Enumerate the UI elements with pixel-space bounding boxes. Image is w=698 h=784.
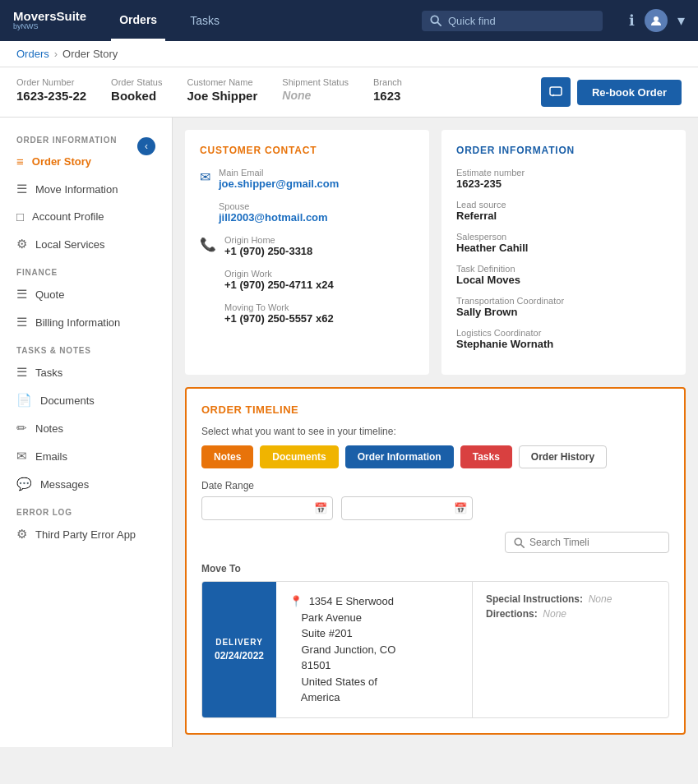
sidebar-item-billing[interactable]: ☰ Billing Information — [0, 308, 172, 336]
delivery-row: DELIVERY 02/24/2022 📍 1354 E Sherwood Pa… — [201, 581, 669, 718]
timeline-search-row — [201, 532, 669, 553]
special-instructions-row: Special Instructions: None — [486, 593, 655, 605]
nav-tasks[interactable]: Tasks — [182, 2, 228, 39]
brand-logo: MoversSuite byNWS — [13, 10, 86, 31]
order-story-label: Order Story — [32, 155, 91, 168]
sidebar-item-quote[interactable]: ☰ Quote — [0, 280, 172, 308]
estimate-number-label: Estimate number — [456, 168, 671, 178]
svg-rect-3 — [550, 87, 562, 95]
third-party-icon: ⚙ — [16, 527, 27, 542]
order-status-label: Order Status — [111, 77, 162, 87]
date-end-input[interactable]: 📅 — [341, 496, 473, 520]
date-start-input[interactable]: 📅 — [201, 496, 333, 520]
documents-label: Documents — [40, 394, 95, 407]
notes-icon: ✏ — [16, 421, 27, 436]
breadcrumb-current: Order Story — [62, 48, 118, 60]
filter-order-history-button[interactable]: Order History — [519, 445, 607, 468]
calendar-start-icon[interactable]: 📅 — [314, 502, 327, 514]
section-order-label: ORDER INFORMATION — [16, 136, 117, 145]
filter-order-info-button[interactable]: Order Information — [345, 445, 454, 468]
directions-label: Directions: — [486, 608, 538, 620]
transportation-coordinator-row: Transportation Coordinator Sally Brown — [456, 296, 671, 318]
delivery-body: 📍 1354 E Sherwood Park Avenue Suite #201… — [276, 582, 668, 717]
message-icon-button[interactable] — [541, 77, 571, 107]
customer-name-field: Customer Name Joe Shipper — [187, 77, 257, 103]
spouse-email-value: jill2003@hotmail.com — [219, 211, 328, 224]
customer-contact-card: CUSTOMER CONTACT ✉ Main Email joe.shippe… — [185, 130, 429, 375]
move-information-label: Move Information — [35, 183, 118, 196]
filter-tasks-button[interactable]: Tasks — [460, 445, 512, 468]
order-info-title: ORDER INFORMATION — [456, 145, 671, 156]
messages-icon: 💬 — [16, 477, 32, 491]
sidebar-item-emails[interactable]: ✉ Emails — [0, 442, 172, 470]
sidebar-item-third-party[interactable]: ⚙ Third Party Error App — [0, 520, 172, 548]
breadcrumb-separator: › — [54, 48, 58, 60]
rebook-order-button[interactable]: Re-book Order — [577, 80, 682, 105]
calendar-end-icon[interactable]: 📅 — [454, 502, 467, 514]
salesperson-row: Salesperson Heather Cahill — [456, 232, 671, 254]
order-status-value: Booked — [111, 89, 156, 103]
task-definition-value: Local Moves — [456, 274, 671, 286]
sidebar-item-notes[interactable]: ✏ Notes — [0, 414, 172, 442]
delivery-badge-title: DELIVERY — [215, 638, 263, 647]
transportation-coordinator-label: Transportation Coordinator — [456, 296, 671, 306]
estimate-number-row: Estimate number 1623-235 — [456, 168, 671, 190]
task-definition-label: Task Definition — [456, 264, 671, 274]
address-line5: 81501 — [301, 659, 331, 671]
moving-to-work-row: 📞 Moving To Work +1 (970) 250-5557 x62 — [200, 302, 414, 325]
address-line7: America — [301, 691, 340, 703]
lead-source-row: Lead source Referral — [456, 200, 671, 222]
breadcrumb-orders[interactable]: Orders — [16, 48, 49, 60]
lead-source-value: Referral — [456, 210, 671, 222]
date-start-field[interactable] — [210, 503, 309, 514]
filter-documents-button[interactable]: Documents — [260, 445, 338, 468]
sidebar-item-account-profile[interactable]: □ Account Profile — [0, 203, 172, 230]
delivery-badge: DELIVERY 02/24/2022 — [202, 582, 276, 717]
address-line4: Grand Junction, CO — [301, 643, 395, 656]
timeline-title: ORDER TIMELINE — [201, 404, 669, 416]
moving-to-work-label: Moving To Work — [224, 302, 334, 312]
info-icon[interactable]: ℹ — [629, 12, 635, 30]
account-profile-label: Account Profile — [32, 210, 104, 223]
salesperson-value: Heather Cahill — [456, 242, 671, 254]
avatar[interactable] — [645, 9, 668, 32]
customer-name-label: Customer Name — [187, 77, 257, 87]
quick-find-input[interactable] — [448, 15, 580, 27]
sidebar-item-local-services[interactable]: ⚙ Local Services — [0, 230, 172, 258]
main-layout: ORDER INFORMATION ‹ ≡ Order Story ☰ Move… — [0, 118, 698, 747]
timeline-search-bar[interactable] — [505, 532, 669, 553]
address-line2: Park Avenue — [301, 611, 361, 624]
order-story-icon: ≡ — [16, 154, 24, 168]
timeline-subtitle: Select what you want to see in your time… — [201, 426, 669, 437]
sidebar-item-tasks[interactable]: ☰ Tasks — [0, 358, 172, 386]
address-line3: Suite #201 — [301, 627, 352, 639]
special-instructions-label: Special Instructions: — [486, 593, 583, 605]
messages-label: Messages — [40, 478, 89, 491]
tasks-icon: ☰ — [16, 365, 27, 380]
nav-orders[interactable]: Orders — [111, 1, 165, 41]
documents-icon: 📄 — [16, 393, 32, 408]
address-line6: United States of — [301, 676, 377, 688]
timeline-search-input[interactable] — [529, 537, 653, 548]
origin-home-value: +1 (970) 250-3318 — [224, 245, 312, 257]
rebook-area: Re-book Order — [541, 77, 682, 107]
filter-notes-button[interactable]: Notes — [201, 445, 253, 468]
sidebar-item-order-story[interactable]: ≡ Order Story — [0, 148, 137, 175]
main-email-row: ✉ Main Email joe.shipper@gmail.com — [200, 168, 414, 190]
svg-point-2 — [654, 16, 659, 21]
sidebar-item-documents[interactable]: 📄 Documents — [0, 386, 172, 414]
account-profile-icon: □ — [16, 210, 24, 224]
date-range-row: 📅 📅 — [201, 496, 669, 520]
sidebar-item-move-information[interactable]: ☰ Move Information — [0, 175, 172, 203]
chevron-down-icon[interactable]: ▾ — [677, 12, 685, 30]
collapse-button[interactable]: ‹ — [137, 137, 155, 155]
date-end-field[interactable] — [350, 503, 449, 514]
branch-value: 1623 — [373, 89, 400, 103]
sidebar-item-messages[interactable]: 💬 Messages — [0, 470, 172, 498]
logistics-coordinator-value: Stephanie Wornath — [456, 338, 671, 350]
origin-home-row: 📞 Origin Home +1 (970) 250-3318 — [200, 235, 414, 257]
timeline-filters: Notes Documents Order Information Tasks … — [201, 445, 669, 468]
origin-work-value: +1 (970) 250-4711 x24 — [224, 279, 334, 291]
move-to-label: Move To — [201, 563, 669, 574]
third-party-label: Third Party Error App — [35, 528, 136, 541]
